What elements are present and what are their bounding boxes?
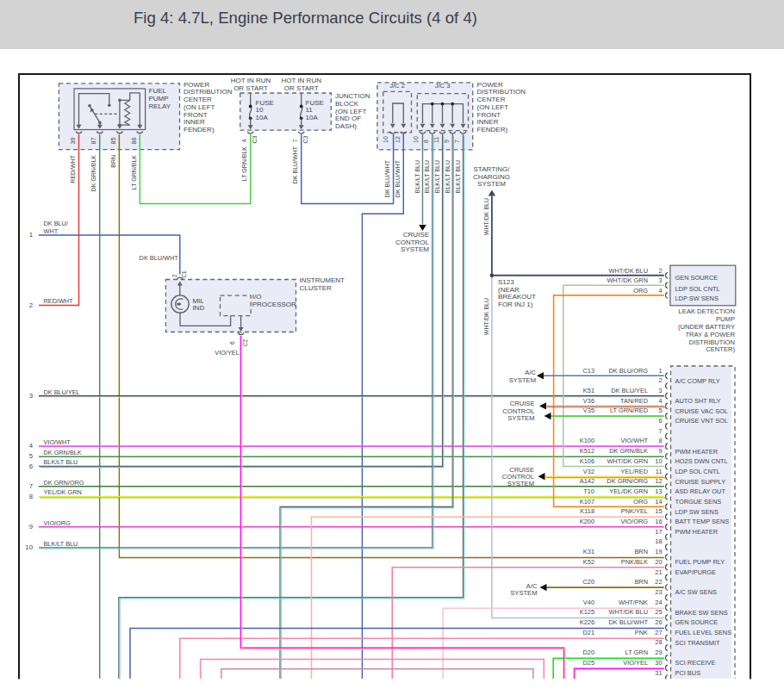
svg-text:VIO/YEL: VIO/YEL bbox=[623, 659, 648, 667]
svg-text:HO2S DWN CNTL: HO2S DWN CNTL bbox=[675, 457, 728, 465]
svg-text:BRAKE SW SENS: BRAKE SW SENS bbox=[675, 609, 728, 617]
svg-text:C3: C3 bbox=[302, 135, 308, 143]
svg-text:7: 7 bbox=[292, 140, 298, 143]
svg-text:25: 25 bbox=[655, 608, 662, 616]
svg-text:K200: K200 bbox=[580, 518, 594, 525]
svg-text:DK BLU/WHT: DK BLU/WHT bbox=[395, 159, 401, 197]
svg-text:SCI RECEIVE: SCI RECEIVE bbox=[675, 659, 716, 667]
svg-text:7: 7 bbox=[29, 482, 33, 490]
svg-text:YEL/RED: YEL/RED bbox=[620, 468, 648, 475]
svg-text:CRUISE VAC SOL: CRUISE VAC SOL bbox=[675, 407, 728, 415]
svg-text:PNK/BLK: PNK/BLK bbox=[621, 558, 648, 566]
svg-text:K226: K226 bbox=[580, 618, 594, 626]
svg-text:8: 8 bbox=[423, 140, 429, 143]
svg-text:SCI TRANSMIT: SCI TRANSMIT bbox=[675, 639, 720, 647]
svg-text:BLK/LT BLU: BLK/LT BLU bbox=[424, 160, 430, 193]
svg-text:BLK/LT BLU: BLK/LT BLU bbox=[44, 458, 78, 466]
svg-text:CRUISE VNT SOL: CRUISE VNT SOL bbox=[675, 417, 728, 425]
svg-text:LDP SW SENS: LDP SW SENS bbox=[675, 508, 719, 516]
svg-text:PNK: PNK bbox=[635, 629, 648, 636]
svg-text:86: 86 bbox=[130, 138, 138, 145]
svg-text:YEL/DK GRN: YEL/DK GRN bbox=[44, 488, 82, 496]
svg-text:BLK/LT BLU: BLK/LT BLU bbox=[44, 540, 78, 548]
svg-text:PWM HEATER: PWM HEATER bbox=[675, 528, 719, 536]
svg-text:VIO/WHT: VIO/WHT bbox=[44, 438, 72, 446]
svg-text:K512: K512 bbox=[580, 447, 594, 455]
svg-text:10: 10 bbox=[25, 543, 33, 551]
svg-text:A/C COMP RLY: A/C COMP RLY bbox=[675, 377, 720, 385]
svg-text:DK GRN/ORG: DK GRN/ORG bbox=[44, 479, 84, 487]
svg-text:27: 27 bbox=[655, 629, 662, 636]
svg-text:30: 30 bbox=[655, 659, 662, 667]
svg-text:FUEL LEVEL SENS: FUEL LEVEL SENS bbox=[675, 629, 732, 636]
svg-text:D20: D20 bbox=[582, 648, 594, 656]
svg-text:DK BLU/YEL: DK BLU/YEL bbox=[44, 388, 80, 396]
svg-text:YEL/DK GRN: YEL/DK GRN bbox=[609, 487, 648, 495]
svg-text:29: 29 bbox=[655, 648, 662, 656]
svg-text:9: 9 bbox=[658, 447, 662, 455]
svg-text:5: 5 bbox=[658, 406, 662, 414]
svg-text:TAN/RED: TAN/RED bbox=[620, 397, 648, 405]
svg-text:V40: V40 bbox=[583, 599, 594, 606]
svg-text:EVAP/PURGE: EVAP/PURGE bbox=[675, 568, 717, 576]
svg-text:K31: K31 bbox=[583, 548, 594, 555]
svg-text:ORG: ORG bbox=[633, 498, 648, 506]
svg-text:K100: K100 bbox=[580, 437, 594, 444]
svg-text:21: 21 bbox=[655, 568, 662, 576]
svg-text:3: 3 bbox=[658, 276, 662, 284]
svg-text:DK GRN/BLK: DK GRN/BLK bbox=[609, 447, 648, 455]
svg-text:10: 10 bbox=[383, 136, 389, 143]
svg-text:6: 6 bbox=[29, 462, 33, 470]
svg-text:PCI BUS: PCI BUS bbox=[675, 669, 701, 677]
svg-text:V35: V35 bbox=[583, 406, 594, 414]
svg-text:22: 22 bbox=[655, 578, 662, 586]
svg-text:14: 14 bbox=[655, 498, 662, 506]
svg-text:C20: C20 bbox=[582, 578, 594, 586]
svg-text:VIO/WHT: VIO/WHT bbox=[620, 437, 648, 444]
svg-text:K52: K52 bbox=[583, 558, 594, 566]
svg-text:18: 18 bbox=[655, 537, 662, 545]
svg-text:30: 30 bbox=[69, 138, 77, 145]
svg-text:WHT: WHT bbox=[44, 227, 59, 235]
svg-text:12: 12 bbox=[395, 136, 401, 143]
svg-text:3: 3 bbox=[29, 392, 33, 400]
svg-text:23: 23 bbox=[655, 588, 662, 596]
svg-text:BLK/LT BLU: BLK/LT BLU bbox=[445, 160, 451, 193]
svg-text:LT GRN/RED: LT GRN/RED bbox=[610, 406, 648, 414]
svg-text:15: 15 bbox=[655, 507, 662, 515]
svg-text:LDP SW SENS: LDP SW SENS bbox=[675, 295, 719, 302]
svg-text:D21: D21 bbox=[582, 629, 594, 636]
svg-text:BLK/LT BLU: BLK/LT BLU bbox=[414, 160, 420, 193]
svg-text:WHT/DK BLU: WHT/DK BLU bbox=[608, 608, 648, 616]
svg-text:16: 16 bbox=[655, 518, 662, 525]
svg-text:13: 13 bbox=[655, 487, 662, 495]
svg-text:7: 7 bbox=[454, 140, 460, 143]
svg-text:V32: V32 bbox=[583, 468, 594, 475]
svg-text:7: 7 bbox=[658, 427, 662, 435]
svg-text:85: 85 bbox=[109, 138, 117, 145]
svg-text:10: 10 bbox=[413, 136, 419, 143]
svg-text:WHT/DK GRN: WHT/DK GRN bbox=[607, 457, 648, 465]
svg-text:K51: K51 bbox=[583, 387, 594, 394]
svg-text:2: 2 bbox=[658, 267, 662, 275]
svg-text:LT GRN/BLK: LT GRN/BLK bbox=[241, 146, 247, 182]
svg-text:19: 19 bbox=[655, 548, 662, 555]
svg-text:FUEL PUMP RLY: FUEL PUMP RLY bbox=[675, 558, 725, 566]
svg-text:2: 2 bbox=[658, 376, 662, 384]
svg-text:VIO/ORG: VIO/ORG bbox=[44, 519, 72, 527]
svg-text:GEN SOURCE: GEN SOURCE bbox=[675, 618, 719, 626]
svg-text:WHT/DK BLU: WHT/DK BLU bbox=[483, 198, 489, 235]
svg-text:1: 1 bbox=[658, 367, 662, 375]
svg-text:A/C SW SENS: A/C SW SENS bbox=[675, 588, 718, 596]
svg-text:9: 9 bbox=[29, 523, 33, 531]
svg-text:12: 12 bbox=[655, 477, 662, 485]
svg-text:A142: A142 bbox=[580, 477, 594, 485]
svg-text:LT GRN/BLK: LT GRN/BLK bbox=[131, 155, 137, 190]
svg-text:28: 28 bbox=[655, 638, 662, 646]
svg-text:5: 5 bbox=[29, 452, 34, 460]
svg-text:24: 24 bbox=[655, 599, 662, 606]
svg-text:C2: C2 bbox=[242, 338, 248, 346]
svg-text:DK GRN/ORG: DK GRN/ORG bbox=[607, 477, 648, 485]
svg-text:BATT TEMP SENS: BATT TEMP SENS bbox=[675, 518, 730, 525]
svg-text:AUTO SHT RLY: AUTO SHT RLY bbox=[675, 397, 721, 405]
